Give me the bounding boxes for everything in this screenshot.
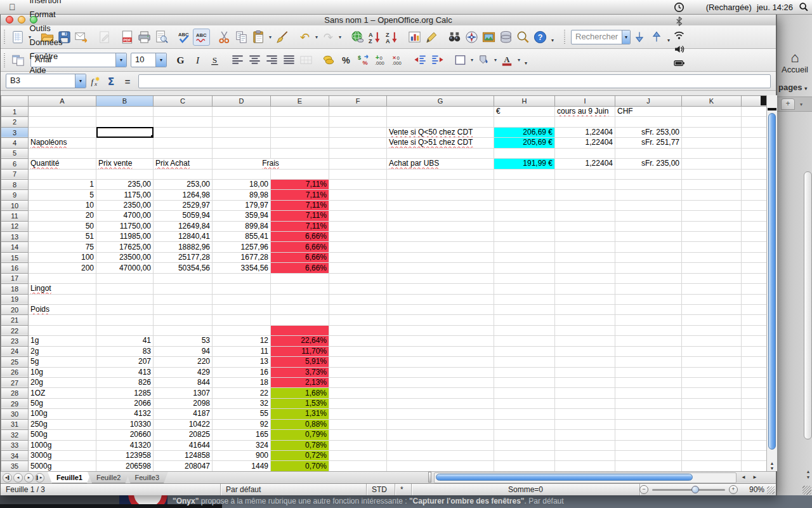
cell-C4[interactable] <box>154 138 213 148</box>
row-header-28[interactable]: 28 <box>1 388 29 398</box>
vertical-scroll-arrows[interactable]: ▲▼ <box>767 461 777 471</box>
cell-I20[interactable] <box>555 305 615 315</box>
cell-F13[interactable] <box>329 232 387 242</box>
toolbar-overflow-button[interactable]: ▾ <box>522 51 530 69</box>
vertical-scrollbar[interactable]: ▲▼ <box>766 95 777 471</box>
zoom-in-button[interactable]: + <box>729 485 738 494</box>
cell-G4[interactable]: Vente si Q>51 chez CDT <box>387 138 494 148</box>
cell-F8[interactable] <box>329 179 387 189</box>
cell-D26[interactable]: 16 <box>213 367 271 377</box>
cell-C30[interactable]: 4187 <box>154 409 213 419</box>
formula-button[interactable]: = <box>119 74 136 89</box>
cell-E3[interactable] <box>271 127 329 137</box>
cell-B18[interactable] <box>96 284 154 294</box>
cell-H12[interactable] <box>494 221 555 231</box>
auto-spellcheck-button[interactable]: ABC <box>193 29 210 46</box>
row-header-8[interactable]: 8 <box>1 179 29 189</box>
cell-L9[interactable] <box>742 190 767 200</box>
cell-E28[interactable]: 1,68% <box>271 388 329 398</box>
cell-A26[interactable]: 10g <box>29 367 96 377</box>
cell-A21[interactable] <box>29 315 96 325</box>
cell-A22[interactable] <box>29 325 96 335</box>
cell-H25[interactable] <box>494 357 555 367</box>
cell-C18[interactable] <box>154 284 213 294</box>
cell-H9[interactable] <box>494 190 555 200</box>
cell-E18[interactable] <box>271 284 329 294</box>
cell-L25[interactable] <box>742 357 767 367</box>
cell-A33[interactable]: 1000g <box>29 440 96 450</box>
cell-A14[interactable]: 75 <box>29 242 96 252</box>
cell-D33[interactable]: 324 <box>213 440 271 450</box>
row-header-32[interactable]: 32 <box>1 430 29 440</box>
cell-G9[interactable] <box>387 190 494 200</box>
cell-J20[interactable] <box>615 305 682 315</box>
font-name-dropdown-button[interactable]: ▾ <box>115 53 126 67</box>
cell-H34[interactable] <box>494 450 555 460</box>
row-header-21[interactable]: 21 <box>1 315 29 325</box>
cell-H31[interactable] <box>494 419 555 429</box>
cell-B8[interactable]: 235,00 <box>96 179 154 189</box>
cell-H11[interactable] <box>494 211 555 221</box>
cell-D21[interactable] <box>213 315 271 325</box>
cell-L11[interactable] <box>742 211 767 221</box>
font-size-dropdown-button[interactable]: ▾ <box>155 53 166 67</box>
row-header-9[interactable]: 9 <box>1 190 29 200</box>
cell-D3[interactable] <box>213 127 271 137</box>
cell-D14[interactable]: 1257,96 <box>213 242 271 252</box>
cell-J14[interactable] <box>615 242 682 252</box>
cell-B30[interactable]: 4132 <box>96 409 154 419</box>
cell-H13[interactable] <box>494 232 555 242</box>
cell-B22[interactable] <box>96 325 154 335</box>
undo-dropdown-button[interactable]: ▾ <box>313 29 320 46</box>
cell-I8[interactable] <box>555 179 615 189</box>
cell-B31[interactable]: 10330 <box>96 419 154 429</box>
cell-L30[interactable] <box>742 409 767 419</box>
cell-A29[interactable]: 50g <box>29 398 96 408</box>
cell-C33[interactable]: 41644 <box>154 440 213 450</box>
cell-D2[interactable] <box>213 117 271 127</box>
row-header-24[interactable]: 24 <box>1 346 29 356</box>
increase-indent-button[interactable] <box>429 51 446 69</box>
cell-B17[interactable] <box>96 273 154 283</box>
previous-sheet-button[interactable]: ◄ <box>13 473 23 483</box>
cell-E25[interactable]: 5,91% <box>271 357 329 367</box>
cell-F34[interactable] <box>329 450 387 460</box>
cell-F21[interactable] <box>329 315 387 325</box>
cell-D19[interactable] <box>213 294 271 304</box>
percent-format-button[interactable]: % <box>337 51 355 69</box>
cell-E9[interactable]: 7,11% <box>271 190 329 200</box>
cell-H35[interactable] <box>494 461 555 471</box>
cell-I6[interactable]: 1,22404 <box>555 159 615 169</box>
cell-F15[interactable] <box>329 252 387 262</box>
cell-I22[interactable] <box>555 325 615 335</box>
cell-A24[interactable]: 2g <box>29 346 96 356</box>
cell-E33[interactable]: 0,78% <box>271 440 329 450</box>
cell-I21[interactable] <box>555 315 615 325</box>
row-header-20[interactable]: 20 <box>1 305 29 315</box>
cell-I24[interactable] <box>555 346 615 356</box>
navigator-button[interactable] <box>463 29 480 46</box>
row-header-22[interactable]: 22 <box>1 325 29 335</box>
cell-C29[interactable]: 2098 <box>154 398 213 408</box>
cell-G1[interactable] <box>387 107 494 117</box>
cell-L23[interactable] <box>742 336 767 346</box>
cell-K7[interactable] <box>682 169 742 179</box>
cell-E12[interactable]: 7,11% <box>271 221 329 231</box>
cell-H1[interactable]: € <box>494 107 555 117</box>
copy-button[interactable] <box>233 29 250 46</box>
find-toolbar-grip[interactable] <box>563 30 567 44</box>
cell-D12[interactable]: 899,84 <box>213 221 271 231</box>
cell-E16[interactable]: 6,66% <box>271 263 329 273</box>
row-header-16[interactable]: 16 <box>1 263 29 273</box>
cell-C12[interactable]: 12649,84 <box>154 221 213 231</box>
clone-formatting-button[interactable] <box>273 29 291 46</box>
cell-L35[interactable] <box>742 461 767 471</box>
row-header-29[interactable]: 29 <box>1 398 29 408</box>
cell-L14[interactable] <box>742 242 767 252</box>
cell-H6[interactable]: 191,99 € <box>494 159 555 169</box>
cell-L10[interactable] <box>742 200 767 210</box>
cell-I35[interactable] <box>555 461 615 471</box>
cell-H27[interactable] <box>494 377 555 387</box>
cell-G6[interactable]: Achat par UBS <box>387 159 494 169</box>
background-scrollbar-thumb[interactable] <box>804 171 812 439</box>
